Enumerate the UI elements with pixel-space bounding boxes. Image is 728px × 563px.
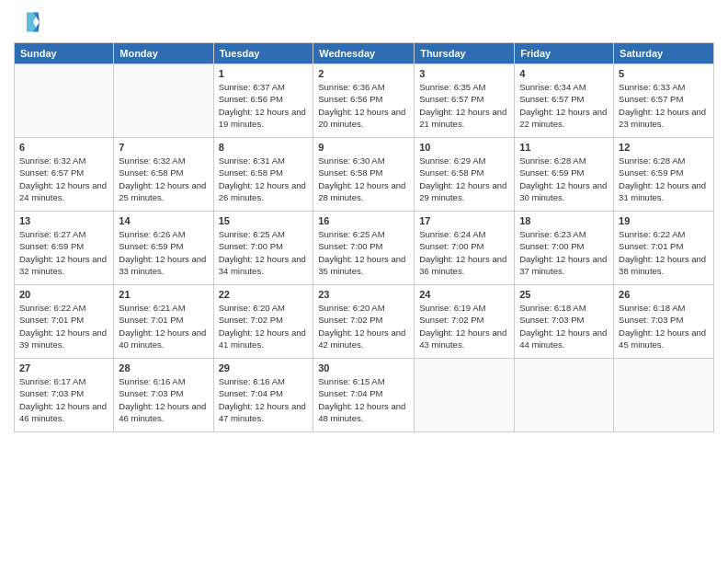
- day-number: 24: [419, 289, 509, 300]
- day-number: 19: [619, 215, 709, 226]
- day-info: Sunrise: 6:21 AM Sunset: 7:01 PM Dayligh…: [119, 302, 208, 350]
- day-number: 3: [419, 68, 509, 79]
- day-number: 29: [219, 362, 309, 373]
- day-number: 1: [219, 68, 309, 79]
- calendar-header-row: SundayMondayTuesdayWednesdayThursdayFrid…: [15, 43, 714, 64]
- calendar-cell: 12Sunrise: 6:28 AM Sunset: 6:59 PM Dayli…: [614, 138, 714, 212]
- day-info: Sunrise: 6:17 AM Sunset: 7:03 PM Dayligh…: [19, 375, 108, 424]
- day-info: Sunrise: 6:23 AM Sunset: 7:00 PM Dayligh…: [519, 228, 609, 277]
- day-number: 11: [519, 142, 609, 153]
- day-number: 14: [119, 215, 208, 226]
- day-info: Sunrise: 6:30 AM Sunset: 6:58 PM Dayligh…: [318, 155, 409, 203]
- day-number: 25: [519, 289, 609, 300]
- calendar-cell: 17Sunrise: 6:24 AM Sunset: 7:00 PM Dayli…: [415, 212, 515, 285]
- calendar-cell: 10Sunrise: 6:29 AM Sunset: 6:58 PM Dayli…: [415, 138, 515, 212]
- day-number: 7: [119, 142, 208, 153]
- day-number: 8: [219, 142, 309, 153]
- calendar-cell: 9Sunrise: 6:30 AM Sunset: 6:58 PM Daylig…: [313, 138, 415, 212]
- day-number: 15: [219, 215, 309, 226]
- col-header-thursday: Thursday: [415, 43, 515, 64]
- day-number: 22: [219, 289, 309, 300]
- day-number: 4: [519, 68, 609, 79]
- day-info: Sunrise: 6:16 AM Sunset: 7:04 PM Dayligh…: [219, 375, 309, 424]
- calendar-week-0: 1Sunrise: 6:37 AM Sunset: 6:56 PM Daylig…: [15, 64, 714, 138]
- day-info: Sunrise: 6:32 AM Sunset: 6:58 PM Dayligh…: [119, 155, 208, 203]
- day-number: 6: [19, 142, 108, 153]
- calendar-cell: [515, 359, 614, 432]
- day-info: Sunrise: 6:27 AM Sunset: 6:59 PM Dayligh…: [19, 228, 108, 277]
- day-info: Sunrise: 6:15 AM Sunset: 7:04 PM Dayligh…: [318, 375, 409, 424]
- calendar-cell: 7Sunrise: 6:32 AM Sunset: 6:58 PM Daylig…: [114, 138, 213, 212]
- day-info: Sunrise: 6:35 AM Sunset: 6:57 PM Dayligh…: [419, 81, 509, 130]
- day-info: Sunrise: 6:20 AM Sunset: 7:02 PM Dayligh…: [219, 302, 309, 350]
- day-info: Sunrise: 6:29 AM Sunset: 6:58 PM Dayligh…: [419, 155, 509, 203]
- day-number: 17: [419, 215, 509, 226]
- calendar-cell: [614, 359, 714, 432]
- day-number: 2: [318, 68, 409, 79]
- header: [14, 9, 714, 35]
- day-number: 21: [119, 289, 208, 300]
- day-info: Sunrise: 6:34 AM Sunset: 6:57 PM Dayligh…: [519, 81, 609, 130]
- day-number: 12: [619, 142, 709, 153]
- col-header-sunday: Sunday: [15, 43, 114, 64]
- day-number: 20: [19, 289, 108, 300]
- calendar-cell: [114, 64, 213, 138]
- calendar-table: SundayMondayTuesdayWednesdayThursdayFrid…: [14, 42, 714, 432]
- day-info: Sunrise: 6:36 AM Sunset: 6:56 PM Dayligh…: [318, 81, 409, 130]
- day-number: 30: [318, 362, 409, 373]
- calendar-cell: 4Sunrise: 6:34 AM Sunset: 6:57 PM Daylig…: [515, 64, 614, 138]
- calendar-cell: 20Sunrise: 6:22 AM Sunset: 7:01 PM Dayli…: [15, 285, 114, 359]
- calendar-cell: 18Sunrise: 6:23 AM Sunset: 7:00 PM Dayli…: [515, 212, 614, 285]
- day-number: 23: [318, 289, 409, 300]
- calendar-week-1: 6Sunrise: 6:32 AM Sunset: 6:57 PM Daylig…: [15, 138, 714, 212]
- day-info: Sunrise: 6:32 AM Sunset: 6:57 PM Dayligh…: [19, 155, 108, 203]
- calendar-cell: 8Sunrise: 6:31 AM Sunset: 6:58 PM Daylig…: [213, 138, 313, 212]
- calendar-cell: 2Sunrise: 6:36 AM Sunset: 6:56 PM Daylig…: [313, 64, 415, 138]
- calendar-cell: 6Sunrise: 6:32 AM Sunset: 6:57 PM Daylig…: [15, 138, 114, 212]
- calendar-cell: 23Sunrise: 6:20 AM Sunset: 7:02 PM Dayli…: [313, 285, 415, 359]
- day-info: Sunrise: 6:33 AM Sunset: 6:57 PM Dayligh…: [619, 81, 709, 130]
- col-header-friday: Friday: [515, 43, 614, 64]
- calendar-cell: 16Sunrise: 6:25 AM Sunset: 7:00 PM Dayli…: [313, 212, 415, 285]
- day-info: Sunrise: 6:26 AM Sunset: 6:59 PM Dayligh…: [119, 228, 208, 277]
- calendar-cell: 29Sunrise: 6:16 AM Sunset: 7:04 PM Dayli…: [213, 359, 313, 432]
- calendar-week-2: 13Sunrise: 6:27 AM Sunset: 6:59 PM Dayli…: [15, 212, 714, 285]
- day-info: Sunrise: 6:28 AM Sunset: 6:59 PM Dayligh…: [619, 155, 709, 203]
- col-header-saturday: Saturday: [614, 43, 714, 64]
- col-header-monday: Monday: [114, 43, 213, 64]
- day-info: Sunrise: 6:16 AM Sunset: 7:03 PM Dayligh…: [119, 375, 208, 424]
- calendar-cell: 1Sunrise: 6:37 AM Sunset: 6:56 PM Daylig…: [213, 64, 313, 138]
- day-info: Sunrise: 6:18 AM Sunset: 7:03 PM Dayligh…: [619, 302, 709, 350]
- calendar-cell: 24Sunrise: 6:19 AM Sunset: 7:02 PM Dayli…: [415, 285, 515, 359]
- day-info: Sunrise: 6:25 AM Sunset: 7:00 PM Dayligh…: [318, 228, 409, 277]
- svg-marker-1: [27, 13, 39, 32]
- logo-icon: [14, 9, 40, 35]
- day-number: 16: [318, 215, 409, 226]
- day-number: 10: [419, 142, 509, 153]
- calendar-week-4: 27Sunrise: 6:17 AM Sunset: 7:03 PM Dayli…: [15, 359, 714, 432]
- calendar-cell: 28Sunrise: 6:16 AM Sunset: 7:03 PM Dayli…: [114, 359, 213, 432]
- day-number: 27: [19, 362, 108, 373]
- calendar-cell: 14Sunrise: 6:26 AM Sunset: 6:59 PM Dayli…: [114, 212, 213, 285]
- day-info: Sunrise: 6:28 AM Sunset: 6:59 PM Dayligh…: [519, 155, 609, 203]
- day-info: Sunrise: 6:22 AM Sunset: 7:01 PM Dayligh…: [19, 302, 108, 350]
- day-info: Sunrise: 6:18 AM Sunset: 7:03 PM Dayligh…: [519, 302, 609, 350]
- calendar-cell: 25Sunrise: 6:18 AM Sunset: 7:03 PM Dayli…: [515, 285, 614, 359]
- day-number: 28: [119, 362, 208, 373]
- calendar-cell: [415, 359, 515, 432]
- calendar-cell: 5Sunrise: 6:33 AM Sunset: 6:57 PM Daylig…: [614, 64, 714, 138]
- day-number: 13: [19, 215, 108, 226]
- day-number: 18: [519, 215, 609, 226]
- col-header-wednesday: Wednesday: [313, 43, 415, 64]
- day-info: Sunrise: 6:37 AM Sunset: 6:56 PM Dayligh…: [219, 81, 309, 130]
- day-info: Sunrise: 6:20 AM Sunset: 7:02 PM Dayligh…: [318, 302, 409, 350]
- calendar-cell: 27Sunrise: 6:17 AM Sunset: 7:03 PM Dayli…: [15, 359, 114, 432]
- col-header-tuesday: Tuesday: [213, 43, 313, 64]
- day-number: 26: [619, 289, 709, 300]
- calendar-cell: 30Sunrise: 6:15 AM Sunset: 7:04 PM Dayli…: [313, 359, 415, 432]
- day-info: Sunrise: 6:19 AM Sunset: 7:02 PM Dayligh…: [419, 302, 509, 350]
- calendar-cell: 13Sunrise: 6:27 AM Sunset: 6:59 PM Dayli…: [15, 212, 114, 285]
- calendar-cell: 3Sunrise: 6:35 AM Sunset: 6:57 PM Daylig…: [415, 64, 515, 138]
- day-info: Sunrise: 6:24 AM Sunset: 7:00 PM Dayligh…: [419, 228, 509, 277]
- day-number: 5: [619, 68, 709, 79]
